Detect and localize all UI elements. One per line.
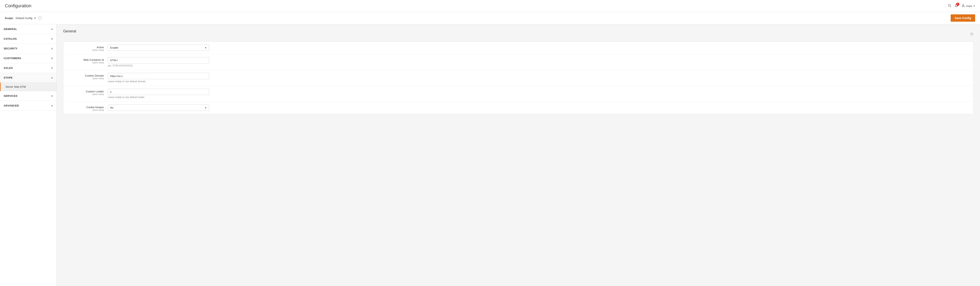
scope-bar: Scope: Default Config ▼ ? Save Config [0, 12, 980, 24]
form-label-web_container_id: Web Container Id[store view] [67, 57, 108, 64]
form-select-wrap-active: EnableDisable▼ [108, 45, 209, 51]
user-arrow: ▼ [973, 5, 975, 7]
form-label-text-active: Active [97, 46, 104, 49]
username: stape [966, 5, 972, 8]
form-select-active[interactable]: EnableDisable [108, 45, 203, 51]
save-config-button[interactable]: Save Config [951, 14, 975, 22]
chevron-sales: ∨ [51, 67, 53, 69]
scope-left: Scope: Default Config ▼ ? [5, 16, 42, 20]
notification-badge[interactable]: 1 [955, 4, 958, 8]
sidebar-section-header-catalog[interactable]: CATALOG∨ [0, 34, 56, 43]
form-label-sub-custom_loader: [store view] [67, 93, 104, 96]
sidebar-section-services: SERVICES∨ [0, 91, 56, 101]
sidebar-section-security: SECURITY∨ [0, 44, 56, 53]
sidebar-section-label-services: SERVICES [4, 94, 18, 97]
form-label-sub-active: [store view] [67, 49, 104, 51]
sidebar-section-header-sales[interactable]: SALES∨ [0, 63, 56, 73]
form-input-custom_domain[interactable] [108, 73, 209, 79]
scope-label: Scope: [5, 17, 14, 20]
form-label-cookie_keeper: Cookie Keeper[store view] [67, 104, 108, 111]
form-label-sub-custom_domain: [store view] [67, 77, 104, 80]
form-label-sub-web_container_id: [store view] [67, 61, 104, 64]
sidebar-section-header-general[interactable]: GENERAL∨ [0, 24, 56, 34]
form-control-wrap-custom_domain: Leave empty to use default domain [108, 73, 229, 83]
form-label-active: Active[store view] [67, 45, 108, 51]
form-label-sub-cookie_keeper: [store view] [67, 109, 104, 111]
header-icons: 1 stape ▼ [948, 4, 975, 8]
select-arrow-cookie_keeper: ▼ [203, 107, 209, 109]
sidebar-section-label-advanced: ADVANCED [4, 104, 19, 107]
form-control-wrap-active: EnableDisable▼ [108, 45, 229, 51]
svg-line-1 [950, 6, 951, 7]
collapse-icon[interactable]: ⊖ [970, 31, 974, 36]
sidebar: GENERAL∨CATALOG∨SECURITY∨CUSTOMERS∨SALES… [0, 24, 57, 286]
page-title: Configuration [5, 3, 31, 8]
form-hint-web_container_id: (ex. GTM-XXXXXXXX) [108, 64, 229, 67]
form-row-cookie_keeper: Cookie Keeper[store view]NoYes▼ [64, 102, 973, 114]
form-control-wrap-custom_loader: Leave empty to use default loader [108, 89, 229, 99]
sidebar-section-header-customers[interactable]: CUSTOMERS∨ [0, 53, 56, 63]
chevron-security: ∨ [51, 47, 53, 50]
scope-arrow: ▼ [34, 17, 36, 19]
sidebar-item-server-side-gtm[interactable]: Server Side GTM [0, 83, 56, 91]
svg-point-2 [963, 5, 964, 6]
form-row-custom_domain: Custom Domain[store view]Leave empty to … [64, 70, 973, 86]
sidebar-section-header-security[interactable]: SECURITY∨ [0, 44, 56, 53]
page-header: Configuration 1 stape ▼ [0, 0, 980, 12]
chevron-stape: ∧ [51, 77, 53, 79]
chevron-services: ∨ [51, 94, 53, 97]
svg-point-0 [948, 4, 950, 6]
form-label-custom_domain: Custom Domain[store view] [67, 73, 108, 80]
main-layout: GENERAL∨CATALOG∨SECURITY∨CUSTOMERS∨SALES… [0, 24, 980, 286]
form-control-wrap-cookie_keeper: NoYes▼ [108, 104, 229, 111]
form-label-text-custom_loader: Custom Loader [86, 90, 104, 93]
form-hint-custom_domain: Leave empty to use default domain [108, 80, 229, 83]
sidebar-section-stape: STAPE∧Server Side GTM [0, 73, 56, 91]
content-area: General ⊖ Active[store view]EnableDisabl… [57, 24, 980, 286]
sidebar-subsection-stape: Server Side GTM [0, 82, 56, 91]
scope-value: Default Config [16, 17, 32, 20]
user-menu[interactable]: stape ▼ [961, 4, 975, 8]
content-header: General ⊖ [63, 29, 974, 38]
sidebar-section-label-stape: STAPE [4, 76, 13, 79]
select-arrow-active: ▼ [203, 46, 209, 49]
form-hint-custom_loader: Leave empty to use default loader [108, 96, 229, 99]
form-row-custom_loader: Custom Loader[store view]Leave empty to … [64, 86, 973, 102]
form-label-text-cookie_keeper: Cookie Keeper [86, 106, 104, 109]
sidebar-section-label-customers: CUSTOMERS [4, 57, 21, 60]
form-select-cookie_keeper[interactable]: NoYes [108, 105, 203, 110]
section-title: General [63, 29, 76, 34]
form-label-text-web_container_id: Web Container Id [83, 58, 104, 61]
form-control-wrap-web_container_id: (ex. GTM-XXXXXXXX) [108, 57, 229, 67]
sidebar-section-label-security: SECURITY [4, 47, 18, 50]
notification-count: 1 [956, 3, 959, 6]
help-icon[interactable]: ? [38, 16, 42, 20]
chevron-catalog: ∨ [51, 37, 53, 40]
sidebar-section-label-catalog: CATALOG [4, 37, 17, 40]
form-input-custom_loader[interactable] [108, 89, 209, 95]
sidebar-section-header-services[interactable]: SERVICES∨ [0, 91, 56, 101]
form-section: Active[store view]EnableDisable▼Web Cont… [63, 42, 974, 114]
sidebar-section-label-sales: SALES [4, 66, 13, 69]
scope-select[interactable]: Default Config ▼ [16, 17, 36, 20]
sidebar-section-general: GENERAL∨ [0, 24, 56, 34]
chevron-customers: ∨ [51, 57, 53, 60]
form-input-web_container_id[interactable] [108, 57, 209, 63]
sidebar-section-sales: SALES∨ [0, 63, 56, 73]
chevron-general: ∨ [51, 28, 53, 30]
search-icon[interactable] [948, 4, 951, 8]
sidebar-section-advanced: ADVANCED∨ [0, 101, 56, 110]
sidebar-section-header-stape[interactable]: STAPE∧ [0, 73, 56, 82]
chevron-advanced: ∨ [51, 104, 53, 107]
form-row-web_container_id: Web Container Id[store view](ex. GTM-XXX… [64, 54, 973, 70]
form-row-active: Active[store view]EnableDisable▼ [64, 42, 973, 54]
form-label-text-custom_domain: Custom Domain [85, 74, 104, 77]
sidebar-section-label-general: GENERAL [4, 27, 17, 30]
sidebar-section-header-advanced[interactable]: ADVANCED∨ [0, 101, 56, 110]
sidebar-section-catalog: CATALOG∨ [0, 34, 56, 44]
sidebar-section-customers: CUSTOMERS∨ [0, 53, 56, 63]
form-label-custom_loader: Custom Loader[store view] [67, 89, 108, 96]
form-select-wrap-cookie_keeper: NoYes▼ [108, 104, 209, 111]
